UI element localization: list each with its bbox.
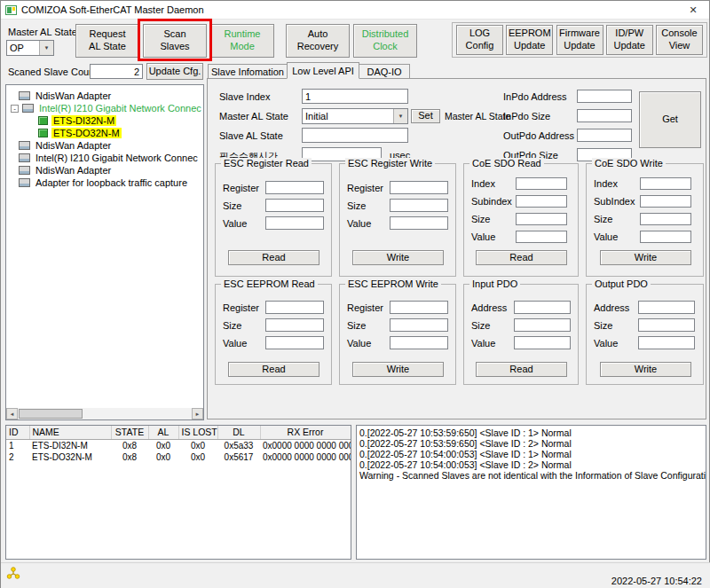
col-header-id[interactable]: ID [6, 426, 29, 439]
chevron-down-icon[interactable]: ▼ [393, 109, 407, 123]
value-input[interactable] [265, 216, 324, 230]
tab-slave-information[interactable]: Slave Infomation [208, 64, 288, 79]
col-header-al[interactable]: AL [148, 426, 178, 439]
register-input[interactable] [390, 301, 448, 314]
outpdo-address-input[interactable] [577, 129, 632, 142]
tree-item-adapter[interactable]: NdisWan Adapter [6, 164, 203, 176]
table-row[interactable]: 2 ETS-DO32N-M 0x8 0x0 0x0 0x5617 0x0000 … [6, 451, 351, 463]
field-label: Value [347, 218, 371, 229]
size-input[interactable] [516, 213, 567, 225]
write-button[interactable]: Write [352, 250, 444, 265]
idpw-update-button[interactable]: ID/PW Update [606, 25, 653, 55]
tab-label: Slave Infomation [211, 67, 284, 77]
read-button[interactable]: Read [228, 362, 320, 377]
get-button[interactable]: Get [639, 91, 701, 148]
tree-horizontal-scrollbar[interactable]: ◄ ► [6, 408, 203, 419]
size-input[interactable] [638, 318, 695, 332]
scrollbar-thumb[interactable] [19, 409, 83, 419]
col-header-islost[interactable]: IS LOST [178, 426, 217, 439]
scaned-slave-count-input[interactable] [90, 64, 143, 79]
table-row[interactable]: 1 ETS-DI32N-M 0x8 0x0 0x0 0x5a33 0x0000 … [6, 439, 351, 451]
master-al-state-select[interactable]: Initial ▼ [302, 108, 408, 124]
field-label: Value [223, 338, 247, 349]
field-label: Size [471, 214, 490, 224]
index-input[interactable] [640, 177, 691, 190]
group-title: Output PDO [592, 278, 651, 289]
read-button[interactable]: Read [228, 250, 320, 265]
read-button[interactable]: Read [476, 250, 567, 265]
register-input[interactable] [390, 181, 448, 194]
log-config-button[interactable]: LOG Config [456, 25, 503, 55]
inpdo-size-input[interactable] [577, 109, 632, 122]
console-view-button[interactable]: Console View [656, 25, 703, 55]
col-header-name[interactable]: NAME [29, 426, 111, 439]
field-label: Index [471, 178, 495, 189]
register-input[interactable] [265, 181, 324, 194]
update-cfg-button[interactable]: Update Cfg. [146, 63, 203, 80]
scroll-right-icon[interactable]: ► [192, 408, 203, 419]
size-input[interactable] [390, 318, 448, 332]
inpdo-address-input[interactable] [577, 90, 632, 103]
log-output[interactable]: 0.[2022-05-27 10:53:59:650] <Slave ID : … [356, 425, 706, 560]
subindex-input[interactable] [516, 195, 567, 208]
slave-al-state-input[interactable] [302, 128, 408, 143]
master-al-state-suffix-label: Master AL State [445, 111, 510, 122]
tree-item-intel-adapter2[interactable]: Intel(R) I210 Gigabit Network Connec [6, 152, 203, 164]
distributed-clock-button[interactable]: Distributed Clock [353, 24, 417, 58]
request-al-state-button[interactable]: Request AL State [75, 24, 139, 58]
slave-index-input[interactable] [302, 89, 408, 104]
collapse-icon[interactable]: - [11, 105, 19, 113]
size-input[interactable] [390, 199, 448, 212]
scroll-left-icon[interactable]: ◄ [6, 408, 18, 419]
eeprom-update-button[interactable]: EEPROM Update [506, 25, 553, 55]
size-input[interactable] [514, 318, 571, 332]
application-window: COMIZOA Soft-EtherCAT Master Daemon ✕ Ma… [0, 0, 710, 588]
read-button[interactable]: Read [476, 362, 567, 377]
network-adapter-icon [19, 141, 30, 150]
chevron-down-icon[interactable]: ▼ [39, 41, 53, 55]
tree-item-intel-adapter[interactable]: - Intel(R) I210 Gigabit Network Connec [6, 102, 203, 114]
tree-item-adapter[interactable]: NdisWan Adapter [6, 90, 203, 102]
size-input[interactable] [640, 213, 691, 225]
size-input[interactable] [265, 318, 324, 332]
write-button[interactable]: Write [600, 362, 691, 377]
field-label: Value [223, 218, 247, 229]
tree-item-slave-di32n[interactable]: ETS-DI32N-M [6, 114, 203, 127]
firmware-update-button[interactable]: Firmware Update [556, 25, 604, 55]
index-input[interactable] [516, 177, 567, 190]
value-input[interactable] [265, 336, 324, 349]
subindex-input[interactable] [640, 195, 691, 208]
master-al-state-toolbar-select[interactable]: OP ▼ [6, 40, 54, 56]
col-header-rxerror[interactable]: RX Error [260, 426, 351, 439]
size-input[interactable] [265, 199, 324, 212]
write-button[interactable]: Write [352, 362, 444, 377]
value-input[interactable] [514, 336, 571, 349]
tab-low-level-api[interactable]: Low Level API [287, 62, 359, 79]
auto-recovery-button[interactable]: Auto Recovery [286, 24, 350, 58]
value-input[interactable] [640, 231, 691, 243]
value-input[interactable] [638, 336, 695, 349]
tree-item-loopback-adapter[interactable]: Adapter for loopback traffic capture [6, 176, 203, 189]
group-title: ESC EEPROM Read [221, 278, 318, 289]
log-line: Warning - Scanned Slaves are not identic… [359, 470, 703, 481]
value-input[interactable] [390, 336, 448, 349]
group-esc-eeprom-read: ESC EEPROM Read Register Size Value Read [215, 284, 332, 385]
tab-daq-io[interactable]: DAQ-IO [359, 64, 410, 79]
col-header-state[interactable]: STATE [111, 426, 148, 439]
register-input[interactable] [265, 301, 324, 314]
tree-item-slave-do32n[interactable]: ETS-DO32N-M [6, 127, 203, 139]
close-icon[interactable]: ✕ [677, 1, 709, 19]
group-esc-register-read: ESC Register Read Register Size Value Re… [215, 163, 332, 277]
value-input[interactable] [516, 231, 567, 243]
set-button[interactable]: Set [411, 109, 440, 123]
runtime-mode-button[interactable]: Runtime Mode [210, 24, 274, 58]
tree-item-label: Intel(R) I210 Gigabit Network Connec [37, 103, 203, 114]
address-input[interactable] [514, 301, 571, 314]
write-button[interactable]: Write [600, 250, 691, 265]
col-header-dl[interactable]: DL [217, 426, 260, 439]
scan-slaves-button[interactable]: Scan Slaves [143, 24, 207, 58]
address-input[interactable] [638, 301, 695, 314]
group-output-pdo: Output PDO Address Size Value Write [586, 284, 704, 385]
tree-item-adapter[interactable]: NdisWan Adapter [6, 139, 203, 152]
value-input[interactable] [390, 216, 448, 230]
